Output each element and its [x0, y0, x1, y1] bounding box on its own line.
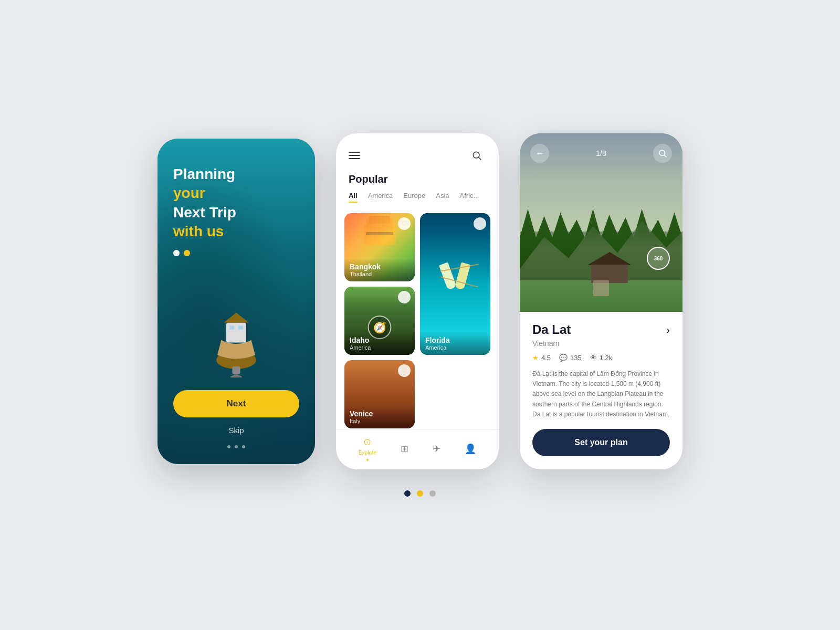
- category-tabs: All America Europe Asia Afric...: [336, 190, 499, 209]
- venice-title: Venice: [350, 410, 410, 418]
- section-title: Popular: [336, 171, 499, 190]
- house-roof: [587, 252, 632, 265]
- bangkok-subtitle: Thailand: [350, 271, 410, 277]
- hero-search-icon: [658, 149, 667, 158]
- bottom-nav: ⊙ Explore ⊞ ✈ 👤: [336, 429, 499, 469]
- flights-icon: ✈: [433, 443, 440, 455]
- headline-line4: with us: [173, 223, 224, 239]
- hero-search-button[interactable]: [653, 144, 672, 163]
- nav-explore-label: Explore: [359, 450, 376, 456]
- menu-line-3: [349, 158, 360, 159]
- skip-link[interactable]: Skip: [228, 426, 244, 435]
- phone1-onboarding: Planning your Next Trip with us: [158, 139, 315, 464]
- card-idaho[interactable]: 🧭 ♡ Idaho America: [344, 287, 415, 355]
- tab-all[interactable]: All: [349, 192, 358, 203]
- page-dot-2[interactable]: [417, 490, 423, 497]
- bottom-dot-3: [242, 445, 245, 448]
- bottom-dot-1: [227, 445, 230, 448]
- svg-rect-4: [232, 366, 240, 374]
- nav-active-dot: [366, 459, 369, 461]
- phone1-bottom: Next Skip: [158, 390, 315, 448]
- views-icon: 👁: [590, 354, 597, 362]
- nav-explore[interactable]: ⊙ Explore: [359, 436, 376, 461]
- boat-illustration: [200, 275, 273, 380]
- menu-line-2: [349, 155, 360, 156]
- back-button[interactable]: ←: [530, 144, 549, 163]
- onboarding-indicator: [173, 250, 299, 256]
- svg-point-9: [659, 150, 665, 156]
- views-value: 1.2k: [600, 354, 613, 362]
- page-dot-3[interactable]: [429, 490, 436, 497]
- tab-america[interactable]: America: [368, 192, 393, 203]
- search-icon: [471, 150, 482, 161]
- search-button[interactable]: [467, 146, 486, 165]
- venice-subtitle: Italy: [350, 418, 410, 424]
- heart-venice[interactable]: ♡: [398, 364, 411, 377]
- hero-image: 360 ← 1/8: [520, 133, 682, 312]
- idaho-title: Idaho: [350, 336, 410, 344]
- card-overlay-florida: Florida America: [420, 332, 490, 355]
- phone2-explore: Popular All America Europe Asia Afric...…: [336, 133, 499, 469]
- tab-africa[interactable]: Afric...: [460, 192, 479, 203]
- stat-views: 👁 1.2k: [590, 354, 613, 362]
- hero-header: ← 1/8: [520, 133, 682, 173]
- svg-line-8: [479, 158, 481, 160]
- phone3-detail: 360 ← 1/8 Da Lat ›: [520, 133, 682, 469]
- place-stats: ★ 4.5 💬 135 👁 1.2k: [532, 354, 670, 362]
- indicator-dot-2: [184, 250, 190, 256]
- nav-flights[interactable]: ✈: [433, 443, 440, 455]
- card-bangkok[interactable]: ♡ Bangkok Thailand: [344, 213, 415, 281]
- phones-container: Planning your Next Trip with us: [158, 133, 682, 469]
- stat-comments: 💬 135: [559, 354, 582, 362]
- headline-line3: Next Trip: [173, 204, 236, 220]
- places-grid: ♡ Bangkok Thailand: [336, 209, 499, 429]
- place-info: Da Lat › Vietnam ★ 4.5 💬 135 👁 1.2k: [520, 312, 682, 469]
- tab-asia[interactable]: Asia: [436, 192, 449, 203]
- card-overlay-idaho: Idaho America: [344, 332, 415, 355]
- svg-rect-1: [226, 323, 246, 343]
- heart-bangkok[interactable]: ♡: [398, 217, 411, 230]
- heart-florida[interactable]: ♡: [474, 217, 486, 230]
- card-overlay-venice: Venice Italy: [344, 405, 415, 428]
- florida-title: Florida: [425, 336, 485, 344]
- chevron-right-icon[interactable]: ›: [666, 324, 670, 336]
- page-dots: [227, 445, 245, 448]
- badge-360[interactable]: 360: [647, 247, 670, 270]
- place-name: Da Lat: [532, 322, 571, 337]
- bangkok-title: Bangkok: [350, 262, 410, 271]
- phone2-header: [336, 133, 499, 171]
- star-icon: ★: [532, 354, 539, 362]
- svg-rect-3: [238, 326, 244, 330]
- card-venice[interactable]: ♡ Venice Italy: [344, 360, 415, 428]
- page-counter: 1/8: [596, 149, 606, 158]
- svg-rect-2: [229, 326, 235, 330]
- menu-icon[interactable]: [349, 152, 360, 159]
- place-header: Da Lat ›: [532, 322, 670, 337]
- tab-europe[interactable]: Europe: [403, 192, 425, 203]
- stat-rating: ★ 4.5: [532, 354, 551, 362]
- place-description: Đà Lạt is the capital of Lâm Đồng Provin…: [532, 369, 670, 419]
- card-florida[interactable]: ♡ Florida America: [420, 213, 490, 355]
- nav-profile[interactable]: 👤: [465, 443, 476, 455]
- phone1-title: Planning your Next Trip with us: [173, 165, 299, 242]
- card-overlay-bangkok: Bangkok Thailand: [344, 258, 415, 281]
- headline-line1: Planning: [173, 166, 235, 182]
- boat-svg: [205, 278, 268, 377]
- comment-icon: 💬: [559, 354, 568, 362]
- page-dot-1[interactable]: [404, 490, 411, 497]
- svg-line-10: [664, 155, 666, 157]
- place-country: Vietnam: [532, 339, 670, 348]
- rating-value: 4.5: [541, 354, 551, 362]
- set-plan-button[interactable]: Set your plan: [532, 429, 670, 456]
- page-wrapper: Planning your Next Trip with us: [0, 0, 840, 630]
- pagination-dots: [404, 490, 436, 497]
- headline-line2: your: [173, 185, 205, 201]
- menu-line-1: [349, 152, 360, 153]
- florida-subtitle: America: [425, 344, 485, 351]
- heart-idaho[interactable]: ♡: [398, 291, 411, 303]
- badge-360-text: 360: [654, 256, 663, 261]
- nav-map[interactable]: ⊞: [401, 443, 408, 455]
- next-button[interactable]: Next: [173, 390, 299, 417]
- comments-value: 135: [570, 354, 582, 362]
- idaho-subtitle: America: [350, 344, 410, 351]
